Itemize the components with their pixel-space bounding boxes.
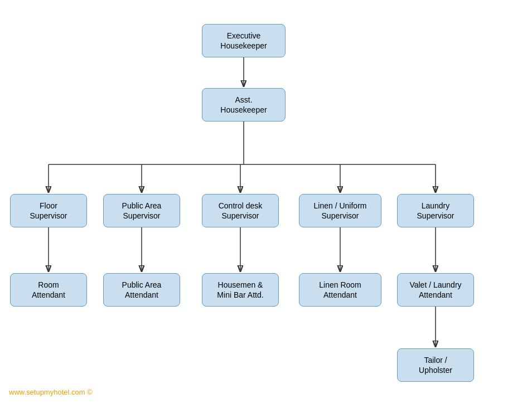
- public-area-attendant-node: Public Area Attendant: [103, 273, 180, 307]
- linen-room-attendant-node: Linen Room Attendant: [299, 273, 381, 307]
- floor-supervisor-node: Floor Supervisor: [10, 194, 87, 227]
- watermark: www.setupmyhotel.com ©: [9, 388, 93, 396]
- exec-housekeeper-node: Executive Housekeeper: [202, 24, 286, 57]
- tailor-upholster-node: Tailor / Upholster: [397, 348, 474, 382]
- housemen-minibar-node: Housemen & Mini Bar Attd.: [202, 273, 279, 307]
- laundry-supervisor-node: Laundry Supervisor: [397, 194, 474, 227]
- linen-uniform-supervisor-node: Linen / Uniform Supervisor: [299, 194, 381, 227]
- valet-laundry-attendant-node: Valet / Laundry Attendant: [397, 273, 474, 307]
- room-attendant-node: Room Attendant: [10, 273, 87, 307]
- org-chart: Executive Housekeeper Asst. Housekeeper …: [0, 0, 532, 403]
- asst-housekeeper-node: Asst. Housekeeper: [202, 88, 286, 122]
- public-area-supervisor-node: Public Area Supervisor: [103, 194, 180, 227]
- control-desk-supervisor-node: Control desk Supervisor: [202, 194, 279, 227]
